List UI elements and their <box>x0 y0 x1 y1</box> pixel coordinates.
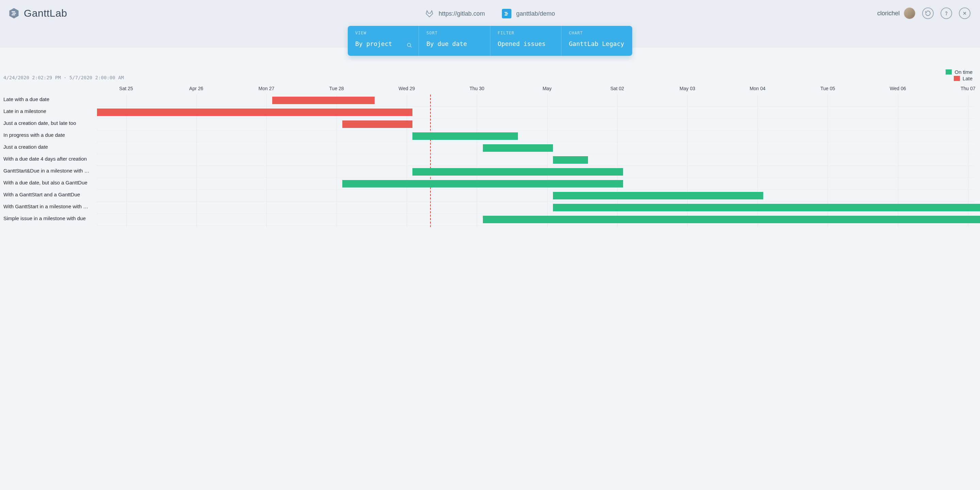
axis-tick-label: Mon 04 <box>749 86 765 91</box>
control-chart-label: CHART <box>569 30 625 35</box>
date-range: 4/24/2020 2:02:29 PM - 5/7/2020 2:00:00 … <box>3 75 974 80</box>
ganttlab-small-icon <box>502 9 511 18</box>
task-bar[interactable] <box>342 180 623 188</box>
task-row[interactable]: In progress with a due date <box>3 130 974 142</box>
task-row[interactable]: Simple issue in a milestone with due <box>3 214 974 226</box>
task-row[interactable]: GanttStart&Due in a milestone with due <box>3 166 974 178</box>
task-bar[interactable] <box>553 192 764 199</box>
task-bar[interactable] <box>483 144 553 152</box>
axis-tick-label: May <box>542 86 551 91</box>
task-label: GanttStart&Due in a milestone with due <box>3 168 91 173</box>
control-view-value: By project <box>355 40 411 47</box>
ganttlab-logo-icon <box>8 8 20 19</box>
legend-swatch-green <box>946 69 952 75</box>
axis-tick-label: Tue 05 <box>821 86 835 91</box>
control-sort-label: SORT <box>426 30 482 35</box>
control-view[interactable]: VIEW By project <box>348 26 419 56</box>
brand: GanttLab <box>8 8 67 19</box>
task-label: With GanttStart in a milestone with due <box>3 204 91 209</box>
svg-rect-2 <box>13 13 16 14</box>
task-label: Just a creation date, but late too <box>3 120 76 126</box>
axis-labels: Sat 25Apr 26Mon 27Tue 28Wed 29Thu 30MayS… <box>97 86 974 94</box>
task-row[interactable]: Late in a milestone <box>3 107 974 118</box>
task-row[interactable]: Late with a due date <box>3 95 974 107</box>
task-bar[interactable] <box>342 121 412 128</box>
svg-rect-5 <box>505 13 508 14</box>
gitlab-link[interactable]: https://gitlab.com <box>425 9 485 18</box>
help-button[interactable] <box>940 8 952 19</box>
task-bar[interactable] <box>553 204 980 211</box>
control-chart-value: GanttLab Legacy <box>569 40 625 47</box>
refresh-button[interactable] <box>922 8 934 19</box>
task-label: In progress with a due date <box>3 132 65 138</box>
user-block[interactable]: clorichel <box>877 8 915 19</box>
axis-tick-label: Apr 26 <box>189 86 203 91</box>
task-label: With a due date, but also a GanttDue <box>3 180 88 185</box>
svg-rect-6 <box>504 14 508 16</box>
task-bar[interactable] <box>412 132 517 140</box>
task-row[interactable]: With GanttStart in a milestone with due <box>3 202 974 214</box>
control-view-label: VIEW <box>355 30 411 35</box>
gantt-rows: Late with a due dateLate in a milestoneJ… <box>3 95 974 226</box>
control-chart[interactable]: CHART GanttLab Legacy <box>562 26 632 56</box>
task-label: With a due date 4 days after creation <box>3 156 87 162</box>
axis-tick-label: Wed 06 <box>890 86 906 91</box>
chart-stage: 4/24/2020 2:02:29 PM - 5/7/2020 2:00:00 … <box>0 48 980 227</box>
help-icon <box>943 10 950 16</box>
search-icon[interactable] <box>406 42 412 48</box>
task-label: Late with a due date <box>3 96 49 102</box>
chart-wrap: Sat 25Apr 26Mon 27Tue 28Wed 29Thu 30MayS… <box>3 86 974 227</box>
task-row[interactable]: With a GanttStart and a GanttDue <box>3 190 974 202</box>
control-filter[interactable]: FILTER Opened issues <box>490 26 562 56</box>
task-row[interactable]: With a due date 4 days after creation <box>3 154 974 166</box>
task-bar[interactable] <box>97 108 413 116</box>
task-bar[interactable] <box>553 156 588 164</box>
task-row[interactable]: With a due date, but also a GanttDue <box>3 178 974 190</box>
close-icon <box>962 10 968 16</box>
username: clorichel <box>877 10 900 17</box>
task-bar[interactable] <box>412 168 623 176</box>
axis-tick-label: May 03 <box>679 86 695 91</box>
legend-late: Late <box>946 75 972 82</box>
gantt-chart[interactable]: Sat 25Apr 26Mon 27Tue 28Wed 29Thu 30MayS… <box>97 86 974 227</box>
row-line <box>97 225 974 226</box>
task-bar[interactable] <box>483 216 980 223</box>
avatar <box>904 8 915 19</box>
close-button[interactable] <box>959 8 970 19</box>
header-center: https://gitlab.com ganttlab/demo <box>425 9 555 18</box>
svg-rect-3 <box>11 14 15 15</box>
task-row[interactable]: Just a creation date <box>3 142 974 154</box>
project-path[interactable]: ganttlab/demo <box>502 9 555 18</box>
legend-on-time-label: On time <box>955 69 972 75</box>
task-label: With a GanttStart and a GanttDue <box>3 192 80 197</box>
svg-rect-1 <box>11 11 15 12</box>
legend-swatch-red <box>954 76 960 81</box>
task-label: Late in a milestone <box>3 108 46 114</box>
project-path-text: ganttlab/demo <box>516 10 555 18</box>
axis-tick-label: Sat 25 <box>119 86 133 91</box>
app-header: GanttLab https://gitlab.com ganttlab/dem… <box>0 0 980 48</box>
gitlab-url-text: https://gitlab.com <box>439 10 485 18</box>
axis-tick-label: Thu 07 <box>961 86 975 91</box>
control-sort-value: By due date <box>426 40 482 47</box>
control-bar: VIEW By project SORT By due date FILTER … <box>348 26 632 56</box>
control-filter-value: Opened issues <box>498 40 554 47</box>
axis-tick-label: Mon 27 <box>259 86 275 91</box>
svg-rect-4 <box>504 12 508 13</box>
axis-tick-label: Sat 02 <box>611 86 624 91</box>
legend-late-label: Late <box>963 76 972 81</box>
axis-tick-label: Thu 30 <box>469 86 485 91</box>
header-right: clorichel <box>877 8 970 19</box>
control-sort[interactable]: SORT By due date <box>419 26 490 56</box>
axis-tick-label: Tue 28 <box>329 86 344 91</box>
task-bar[interactable] <box>272 97 375 104</box>
axis-tick-label: Wed 29 <box>398 86 415 91</box>
legend: On time Late <box>946 69 972 82</box>
control-filter-label: FILTER <box>498 30 554 35</box>
refresh-icon <box>925 10 931 16</box>
task-label: Just a creation date <box>3 144 48 150</box>
task-label: Simple issue in a milestone with due <box>3 215 86 221</box>
task-row[interactable]: Just a creation date, but late too <box>3 118 974 130</box>
legend-on-time: On time <box>946 69 972 75</box>
gitlab-icon <box>425 9 434 18</box>
